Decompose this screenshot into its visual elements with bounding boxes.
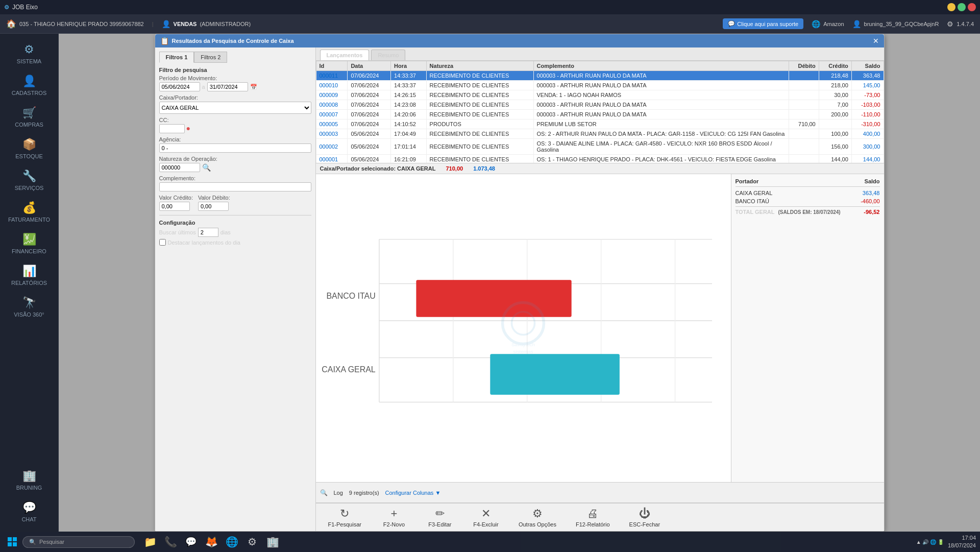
toolbar-f2-button[interactable]: +F2-Novo — [379, 505, 409, 530]
servicos-icon: 🔧 — [22, 170, 36, 183]
search-natureza-btn[interactable]: 🔍 — [202, 163, 211, 172]
taskbar-job[interactable]: 🏢 — [263, 533, 282, 551]
toolbar-f1-button[interactable]: ↻F1-Pesquisar — [326, 505, 363, 530]
table-row[interactable]: 000008 07/06/2024 14:23:08 RECEBIMENTO D… — [316, 100, 884, 110]
sidebar-item-financeiro[interactable]: 💹 FINANCEIRO — [0, 228, 58, 259]
toolbar-f12-button[interactable]: 🖨F12-Relatório — [574, 505, 612, 530]
cell-complemento: 000003 - ARTHUR RUAN PAULO DA MATA — [533, 100, 789, 110]
taskbar-phone[interactable]: 📞 — [161, 533, 180, 551]
bar-chart: BANCO ITAU CAIXA GERAL — [320, 178, 727, 478]
tab-lancamentos[interactable]: Lançamentos — [320, 50, 370, 60]
valor-debito-input[interactable] — [198, 202, 229, 211]
toolbar-f4-button[interactable]: ✕F4-Excluir — [471, 505, 501, 530]
cell-debito — [789, 155, 819, 163]
records-count: 9 registro(s) — [349, 490, 379, 496]
sidebar-item-faturamento[interactable]: 💰 FATURAMENTO — [0, 196, 58, 228]
sidebar-item-visao360[interactable]: 🔭 VISÃO 360° — [0, 291, 58, 323]
sidebar-label-estoque: ESTOQUE — [15, 153, 43, 159]
taskbar-browser1[interactable]: 🦊 — [202, 533, 220, 551]
start-button[interactable] — [4, 534, 20, 550]
cell-complemento: 000003 - ARTHUR RUAN PAULO DA MATA — [533, 81, 789, 90]
taskbar-browser2[interactable]: 🌐 — [223, 533, 241, 551]
cell-natureza: RECEBIMENTO DE CLIENTES — [426, 90, 533, 100]
table-row[interactable]: 000003 05/06/2024 17:04:49 RECEBIMENTO D… — [316, 129, 884, 139]
amazon-link[interactable]: 🌐 Amazon — [812, 20, 844, 28]
search-icon: 🔍 — [29, 539, 36, 545]
user-account[interactable]: 👤 bruning_35_99_GQCbeApjnR — [852, 20, 939, 28]
caixa-bar: Caixa/Portador selecionado: CAIXA GERAL … — [316, 163, 884, 174]
sidebar-item-bruning[interactable]: 🏢 BRUNING — [0, 464, 58, 496]
tab-resumo[interactable]: Resumo — [371, 50, 405, 60]
cell-credito: 156,00 — [819, 139, 851, 155]
toolbar-label-f3: F3-Editar — [428, 521, 451, 527]
buscar-label: Buscar últimos — [159, 229, 196, 235]
filter-section-label: Filtro de pesquisa — [159, 67, 311, 73]
periodo-separator: a — [202, 84, 205, 90]
modal-close-button[interactable]: ✕ — [873, 37, 879, 45]
destacar-checkbox[interactable] — [159, 239, 166, 246]
cc-input[interactable] — [159, 124, 185, 133]
support-button[interactable]: 💬 Clique aqui para suporte — [723, 18, 803, 29]
module-info[interactable]: 👤 VENDAS (ADMINISTRADOR) — [162, 20, 251, 28]
periodo-to-input[interactable] — [207, 82, 248, 91]
valor-credito-input[interactable] — [159, 202, 190, 211]
caixa-select[interactable]: CAIXA GERAL — [159, 102, 311, 114]
sidebar: ⚙ SISTEMA 👤 CADASTROS 🛒 COMPRAS 📦 ESTOQU… — [0, 34, 59, 532]
taskbar-explorer[interactable]: 📁 — [141, 533, 159, 551]
complemento-input[interactable] — [159, 182, 311, 191]
periodo-from-input[interactable] — [159, 82, 200, 91]
sidebar-item-cadastros[interactable]: 👤 CADASTROS — [0, 69, 58, 101]
cell-natureza: RECEBIMENTO DE CLIENTES — [426, 81, 533, 90]
cell-hora: 17:04:49 — [391, 129, 426, 139]
config-columns-btn[interactable]: Configurar Colunas ▼ — [385, 490, 441, 496]
toolbar-outras-button[interactable]: ⚙Outras Opções — [517, 505, 558, 530]
search-placeholder: Pesquisar — [39, 539, 64, 545]
taskbar-settings[interactable]: ⚙ — [243, 533, 261, 551]
cell-saldo: -110,00 — [851, 110, 884, 119]
table-row[interactable]: 000005 07/06/2024 14:10:52 PRODUTOS PREM… — [316, 119, 884, 129]
agencia-input[interactable] — [159, 143, 311, 153]
portador-row: BANCO ITAÚ -460,00 — [736, 198, 880, 204]
maximize-button[interactable] — [958, 3, 966, 11]
table-row[interactable]: 000002 05/06/2024 17:01:14 RECEBIMENTO D… — [316, 139, 884, 155]
close-button[interactable] — [968, 3, 976, 11]
table-row[interactable]: 000007 07/06/2024 14:20:06 RECEBIMENTO D… — [316, 110, 884, 119]
col-debito: Débito — [789, 61, 819, 71]
svg-rect-19 — [13, 537, 17, 541]
sidebar-item-servicos[interactable]: 🔧 SERVIÇOS — [0, 164, 58, 196]
taskbar-search[interactable]: 🔍 Pesquisar — [22, 536, 135, 548]
table-row[interactable]: 000010 07/06/2024 14:33:37 RECEBIMENTO D… — [316, 81, 884, 90]
cell-complemento: OS: 1 - THIAGO HENRIQUE PRADO - PLACA: D… — [533, 155, 789, 163]
toolbar-esc-button[interactable]: ⏻ESC-Fechar — [627, 505, 663, 530]
minimize-button[interactable] — [947, 3, 955, 11]
toolbar-f3-button[interactable]: ✏F3-Editar — [425, 505, 455, 530]
buscar-spinner[interactable] — [198, 228, 218, 237]
saldo-header-label: Saldo — [865, 178, 880, 184]
cell-natureza: RECEBIMENTO DE CLIENTES — [426, 71, 533, 81]
sidebar-item-relatorios[interactable]: 📊 RELATÓRIOS — [0, 259, 58, 291]
table-row[interactable]: 000009 07/06/2024 14:26:15 RECEBIMENTO D… — [316, 90, 884, 100]
sidebar-item-compras[interactable]: 🛒 COMPRAS — [0, 101, 58, 133]
table-row[interactable]: 000001 05/06/2024 16:21:09 RECEBIMENTO D… — [316, 155, 884, 163]
store-info[interactable]: 🏠 035 - THIAGO HENRIQUE PRADO 3995906788… — [6, 19, 144, 29]
filter-tab-2[interactable]: Filtros 2 — [194, 52, 227, 63]
sidebar-item-estoque[interactable]: 📦 ESTOQUE — [0, 133, 58, 164]
taskbar-whatsapp[interactable]: 💬 — [182, 533, 200, 551]
sidebar-item-chat[interactable]: 💬 CHAT — [0, 496, 58, 527]
modal-title: Resultados da Pesquisa de Controle de Ca… — [172, 38, 294, 44]
app-title: JOB Eixo — [12, 4, 38, 11]
cc-btn[interactable]: ● — [186, 124, 190, 132]
complemento-label: Complemento: — [159, 175, 311, 181]
cell-data: 05/06/2024 — [348, 139, 391, 155]
table-row[interactable]: 000011 07/06/2024 14:33:37 RECEBIMENTO D… — [316, 71, 884, 81]
svg-rect-16 — [416, 280, 571, 317]
portador-saldo: 363,48 — [863, 190, 880, 196]
sidebar-item-sistema[interactable]: ⚙ SISTEMA — [0, 38, 58, 69]
status-bar: 🔍 Log 9 registro(s) Configurar Colunas ▼ — [316, 482, 884, 502]
natureza-op-input[interactable] — [159, 163, 200, 172]
filter-tab-1[interactable]: Filtros 1 — [159, 52, 194, 63]
modal-titlebar: 📋 Resultados da Pesquisa de Controle de … — [155, 34, 884, 47]
cell-id: 000011 — [316, 71, 348, 81]
calendar-icon[interactable]: 📅 — [250, 84, 257, 90]
results-tabs: Lançamentos Resumo — [316, 47, 884, 61]
